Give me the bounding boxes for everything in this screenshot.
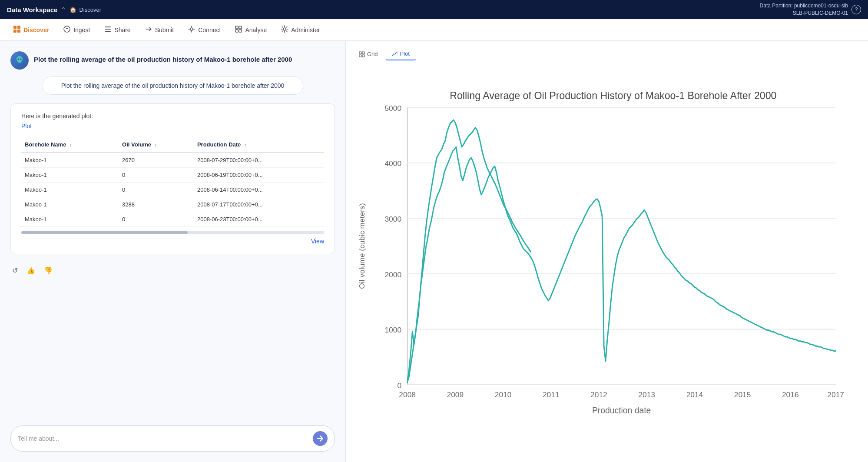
sort-icon-volume: ↕ (155, 142, 157, 147)
cell-borehole-4: Makoo-1 (21, 212, 119, 227)
sort-icon-date: ↕ (244, 142, 247, 147)
nav-item-analyse[interactable]: Analyse (229, 22, 273, 38)
y-label-2000: 2000 (384, 270, 401, 279)
table-row: Makoo-1 0 2008-06-14T00:00:00+0... (21, 183, 324, 197)
x-label-2010: 2010 (495, 390, 512, 399)
send-button[interactable] (313, 431, 328, 446)
cell-borehole-1: Makoo-1 (21, 168, 119, 183)
thumbs-up-button[interactable]: 👍 (25, 265, 37, 276)
chat-area: Plot the rolling average of the oil prod… (0, 41, 345, 419)
ai-avatar (10, 51, 29, 70)
table-row: Makoo-1 2670 2008-07-29T00:00:00+0... (21, 153, 324, 168)
svg-rect-11 (235, 30, 238, 32)
plot-link[interactable]: Plot (21, 123, 32, 130)
nav-item-connect[interactable]: Connect (182, 22, 227, 38)
y-label-4000: 4000 (384, 159, 401, 168)
app-title: Data Workspace (7, 6, 57, 13)
x-label-2012: 2012 (590, 390, 607, 399)
administer-icon (281, 25, 288, 35)
cell-date-2: 2008-06-14T00:00:00+0... (194, 183, 324, 197)
data-table: Borehole Name ↕ Oil Volume ↕ Production … (21, 137, 324, 227)
refresh-button[interactable]: ↺ (10, 265, 20, 276)
chart-tabs: Grid Plot (353, 48, 861, 60)
y-label-5000: 5000 (384, 104, 401, 113)
cell-borehole-0: Makoo-1 (21, 153, 119, 168)
x-label-2017: 2017 (827, 390, 844, 399)
svg-rect-10 (239, 26, 242, 29)
svg-rect-16 (359, 52, 361, 54)
nav-item-ingest[interactable]: Ingest (57, 22, 96, 38)
thumb-up-icon: 👍 (27, 267, 35, 274)
cell-volume-4: 0 (119, 212, 194, 227)
home-icon: 🏠 (70, 7, 76, 13)
cell-borehole-2: Makoo-1 (21, 183, 119, 197)
svg-rect-9 (235, 26, 238, 29)
y-label-3000: 3000 (384, 215, 401, 223)
nav-item-administer[interactable]: Administer (275, 22, 326, 38)
col-header-volume[interactable]: Oil Volume ↕ (119, 137, 194, 153)
tab-grid[interactable]: Grid (353, 48, 384, 60)
col-header-date[interactable]: Production Date ↕ (194, 137, 324, 153)
svg-rect-5 (105, 27, 111, 27)
connect-icon (188, 25, 195, 35)
col-header-borehole[interactable]: Borehole Name ↕ (21, 137, 119, 153)
svg-rect-19 (362, 55, 364, 57)
submit-icon (145, 25, 152, 35)
table-scrollbar[interactable] (21, 231, 324, 234)
analyse-icon (235, 25, 242, 35)
thumbs-down-button[interactable]: 👎 (42, 265, 54, 276)
svg-rect-12 (239, 30, 242, 32)
action-row: ↺ 👍 👎 (10, 261, 335, 276)
response-intro: Here is the generated plot: (21, 113, 324, 120)
svg-rect-1 (17, 26, 20, 29)
nav-item-submit[interactable]: Submit (139, 22, 180, 38)
svg-point-13 (283, 28, 286, 30)
response-card: Here is the generated plot: Plot Borehol… (10, 103, 335, 254)
refresh-icon: ↺ (12, 267, 18, 274)
nav-item-discover[interactable]: Discover (7, 22, 55, 38)
nav-item-share[interactable]: Share (98, 22, 136, 38)
table-row: Makoo-1 3288 2008-07-17T00:00:00+0... (21, 197, 324, 212)
main-layout: Plot the rolling average of the oil prod… (0, 41, 868, 462)
query-title: Plot the rolling average of the oil prod… (34, 51, 292, 63)
tab-grid-label: Grid (367, 51, 378, 57)
thumb-down-icon: 👎 (44, 267, 53, 274)
partition-sub: SLB-PUBLIC-DEMO-01 (760, 10, 848, 17)
partition-label: Data Partition: publicdemo01-osdu-slb (760, 2, 848, 10)
scrollbar-thumb (21, 231, 188, 234)
cell-volume-2: 0 (119, 183, 194, 197)
x-axis-label: Production date (592, 406, 651, 415)
user-message-bubble: Plot the rolling average of the oil prod… (43, 76, 303, 95)
nav-label-share: Share (114, 27, 130, 33)
topbar-right: Data Partition: publicdemo01-osdu-slb SL… (760, 2, 861, 17)
cell-date-3: 2008-07-17T00:00:00+0... (194, 197, 324, 212)
topbar-separator: ⌃ (61, 6, 66, 13)
svg-rect-2 (13, 30, 17, 33)
svg-rect-17 (362, 52, 364, 54)
x-label-2011: 2011 (543, 390, 560, 399)
chat-input[interactable] (18, 435, 308, 442)
cell-volume-3: 3288 (119, 197, 194, 212)
left-panel: Plot the rolling average of the oil prod… (0, 41, 345, 462)
table-row: Makoo-1 0 2008-06-19T00:00:00+0... (21, 168, 324, 183)
chart-container: Rolling Average of Oil Production Histor… (353, 66, 861, 455)
svg-point-15 (20, 59, 22, 60)
x-label-2015: 2015 (734, 390, 751, 399)
sort-icon-borehole: ↕ (70, 142, 72, 147)
help-icon[interactable]: ? (851, 5, 861, 14)
input-area (0, 419, 345, 462)
cell-volume-1: 0 (119, 168, 194, 183)
nav-label-ingest: Ingest (73, 27, 90, 33)
y-label-0: 0 (397, 381, 401, 390)
tab-plot[interactable]: Plot (386, 48, 416, 60)
table-row: Makoo-1 0 2008-06-23T00:00:00+0... (21, 212, 324, 227)
chart-title: Rolling Average of Oil Production Histor… (450, 90, 776, 101)
topbar-left: Data Workspace ⌃ 🏠 Discover (7, 6, 101, 13)
view-link[interactable]: View (311, 238, 324, 245)
svg-rect-7 (105, 31, 111, 32)
partition-info: Data Partition: publicdemo01-osdu-slb SL… (760, 2, 848, 17)
y-label-1000: 1000 (384, 326, 401, 334)
svg-rect-3 (17, 30, 20, 33)
x-label-2014: 2014 (686, 390, 703, 399)
query-header-row: Plot the rolling average of the oil prod… (10, 51, 335, 70)
